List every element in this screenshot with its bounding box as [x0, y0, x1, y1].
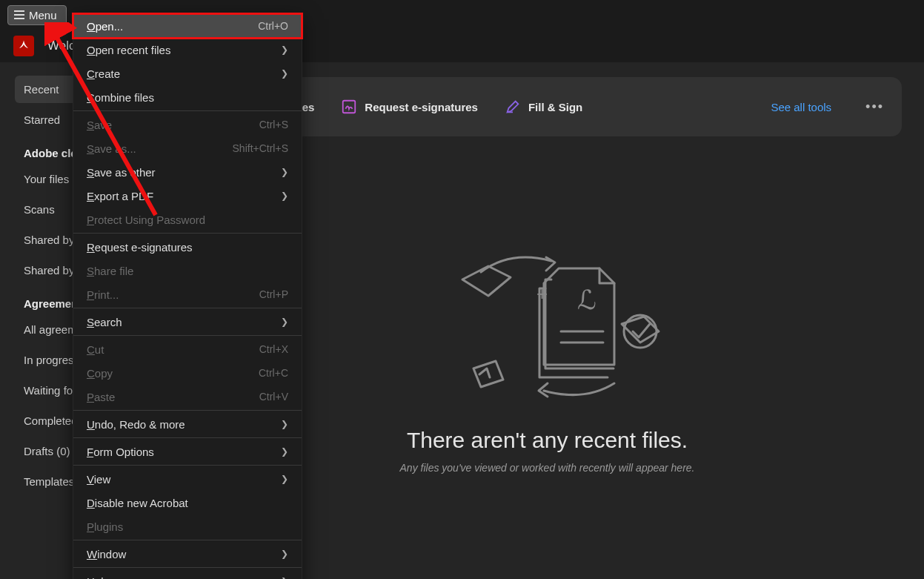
- chevron-right-icon: ❯: [281, 446, 288, 457]
- more-options-icon[interactable]: •••: [865, 99, 884, 115]
- tool-label: Request e-signatures: [365, 101, 478, 113]
- menu-item-label: Export a PDF: [87, 190, 153, 202]
- menu-item-label: Copy: [87, 367, 113, 380]
- menu-item-label: Share file: [87, 265, 133, 277]
- menu-shortcut: Ctrl+V: [259, 391, 288, 403]
- menu-item-undo-redo-more[interactable]: Undo, Redo & more❯: [73, 412, 302, 436]
- chevron-right-icon: ❯: [281, 167, 288, 177]
- menu-separator: [73, 110, 302, 111]
- menu-item-label: Undo, Redo & more: [87, 418, 185, 431]
- menu-item-label: Open recent files: [87, 44, 170, 56]
- menu-separator: [73, 335, 302, 336]
- menu-item-save: SaveCtrl+S: [73, 113, 302, 136]
- menu-button-label: Menu: [29, 9, 57, 21]
- menu-item-share-file: Share file: [73, 259, 302, 282]
- menu-item-print: Print...Ctrl+P: [73, 282, 302, 306]
- menu-item-label: Paste: [87, 391, 115, 403]
- menu-separator: [73, 567, 302, 568]
- menu-item-label: View: [87, 473, 110, 486]
- menu-button[interactable]: Menu: [7, 5, 67, 25]
- menu-item-request-e-signatures[interactable]: Request e-signatures: [73, 235, 302, 259]
- menu-item-form-options[interactable]: Form Options❯: [73, 440, 302, 463]
- hamburger-icon: [14, 10, 24, 19]
- menu-item-paste: PasteCtrl+V: [73, 385, 302, 408]
- menu-item-label: Request e-signatures: [87, 241, 193, 254]
- menu-item-disable-new-acrobat[interactable]: Disable new Acrobat: [73, 491, 302, 515]
- menu-item-label: Protect Using Password: [87, 214, 205, 226]
- menu-item-open-recent-files[interactable]: Open recent files❯: [73, 38, 302, 62]
- menu-item-label: Disable new Acrobat: [87, 497, 188, 509]
- menu-item-create[interactable]: Create❯: [73, 62, 302, 85]
- empty-subtitle: Any files you've viewed or worked with r…: [400, 462, 695, 474]
- svg-text:ℒ: ℒ: [577, 285, 596, 315]
- chevron-right-icon: ❯: [281, 191, 288, 201]
- menu-shortcut: Ctrl+P: [259, 288, 288, 300]
- menu-item-label: Save: [87, 119, 112, 131]
- menu-item-label: Save as other: [87, 166, 156, 179]
- menu-item-save-as-other[interactable]: Save as other❯: [73, 160, 302, 184]
- empty-title: There aren't any recent files.: [407, 428, 688, 453]
- see-all-tools-link[interactable]: See all tools: [771, 101, 831, 113]
- menu-separator: [73, 540, 302, 540]
- menu-item-help[interactable]: Help❯: [73, 569, 302, 579]
- menu-separator: [73, 437, 302, 438]
- menu-item-plugins: Plugins: [73, 515, 302, 538]
- acrobat-app-icon: [13, 36, 34, 56]
- signature-icon: [341, 99, 357, 115]
- empty-state-illustration: ℒ +: [429, 242, 666, 406]
- menu-shortcut: Ctrl+S: [259, 119, 288, 130]
- menu-item-export-a-pdf[interactable]: Export a PDF❯: [73, 184, 302, 208]
- menu-item-view[interactable]: View❯: [73, 467, 302, 491]
- chevron-right-icon: ❯: [281, 317, 288, 327]
- chevron-right-icon: ❯: [281, 44, 288, 55]
- tool-label: Fill & Sign: [528, 101, 582, 113]
- menu-item-label: Save as...: [87, 142, 136, 155]
- tools-toolbar: Combine filesRequest e-signaturesFill & …: [200, 77, 902, 136]
- main-menu-dropdown[interactable]: Open...Ctrl+OOpen recent files❯Create❯Co…: [73, 13, 302, 579]
- menu-item-label: Window: [87, 548, 126, 560]
- chevron-right-icon: ❯: [281, 68, 288, 79]
- menu-item-protect-using-password: Protect Using Password: [73, 208, 302, 231]
- svg-text:+: +: [536, 282, 548, 305]
- menu-item-label: Print...: [87, 288, 119, 301]
- menu-item-combine-files[interactable]: Combine files: [73, 85, 302, 109]
- chevron-right-icon: ❯: [281, 474, 288, 484]
- menu-shortcut: Ctrl+O: [258, 20, 288, 32]
- menu-shortcut: Shift+Ctrl+S: [233, 142, 288, 154]
- menu-item-label: Create: [87, 67, 120, 80]
- menu-shortcut: Ctrl+X: [259, 343, 288, 355]
- menu-separator: [73, 410, 302, 411]
- menu-item-open[interactable]: Open...Ctrl+O: [73, 14, 302, 38]
- menu-item-cut: CutCtrl+X: [73, 337, 302, 361]
- menu-item-label: Search: [87, 316, 122, 328]
- chevron-right-icon: ❯: [281, 549, 288, 559]
- menu-item-label: Form Options: [87, 446, 154, 458]
- menu-item-copy: CopyCtrl+C: [73, 361, 302, 385]
- tool-fillsign[interactable]: Fill & Sign: [505, 99, 582, 115]
- pencil-icon: [505, 99, 521, 115]
- menu-item-label: Combine files: [87, 91, 154, 104]
- menu-item-save-as: Save as...Shift+Ctrl+S: [73, 136, 302, 160]
- menu-shortcut: Ctrl+C: [259, 367, 288, 379]
- menu-item-label: Open...: [87, 20, 123, 33]
- menu-item-label: Help: [87, 575, 110, 580]
- menu-item-window[interactable]: Window❯: [73, 542, 302, 566]
- tool-request[interactable]: Request e-signatures: [341, 99, 478, 115]
- menu-separator: [73, 308, 302, 308]
- acrobat-logo-icon: [17, 39, 30, 53]
- menu-item-search[interactable]: Search❯: [73, 310, 302, 334]
- menu-separator: [73, 233, 302, 234]
- chevron-right-icon: ❯: [281, 576, 288, 579]
- menu-separator: [73, 465, 302, 466]
- chevron-right-icon: ❯: [281, 419, 288, 429]
- menu-item-label: Plugins: [87, 520, 123, 533]
- menu-item-label: Cut: [87, 343, 104, 356]
